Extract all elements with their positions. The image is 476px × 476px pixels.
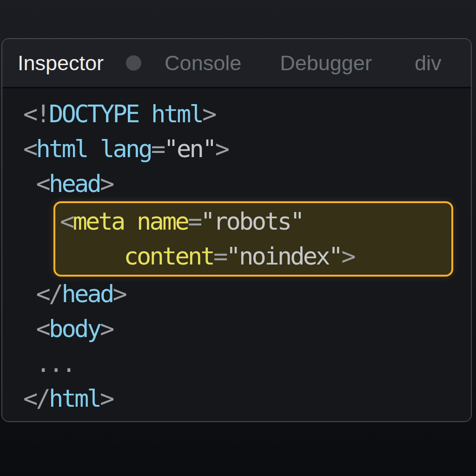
code-token: "en" — [164, 135, 215, 163]
code-line-head-close[interactable]: </head> — [23, 277, 471, 311]
code-token: = — [188, 207, 201, 235]
source-code-view: <!DOCTYPE html> <html lang="en"> <head> … — [2, 88, 471, 421]
code-token: <! — [23, 100, 49, 128]
code-token: < — [60, 207, 73, 235]
code-token: > — [202, 100, 215, 128]
code-token: < — [23, 170, 49, 198]
code-token: head — [62, 280, 113, 308]
code-token: > — [100, 170, 113, 198]
code-token: > — [113, 280, 126, 308]
code-token: > — [341, 242, 354, 270]
tab-div[interactable]: div — [415, 51, 442, 75]
highlighted-meta-robots-node[interactable]: <meta name="robots" content="noindex"> — [53, 201, 453, 277]
code-token: "robots" — [201, 207, 303, 235]
code-token: html — [36, 135, 87, 163]
code-line-meta-content[interactable]: content="noindex"> — [60, 239, 451, 274]
code-token: </ — [23, 384, 49, 412]
code-token: meta — [73, 207, 124, 235]
code-token — [124, 207, 137, 235]
tab-console[interactable]: Console — [165, 51, 241, 75]
code-token: = — [151, 135, 164, 163]
code-token: > — [100, 315, 113, 343]
code-token: body — [49, 315, 100, 343]
code-token: > — [100, 384, 113, 412]
code-line-html-close[interactable]: </html> — [23, 381, 471, 416]
code-line-body-open[interactable]: <body> — [23, 311, 471, 346]
code-token: html — [49, 384, 100, 412]
code-token: content — [124, 242, 214, 270]
code-token: DOCTYPE html — [49, 100, 202, 128]
code-line-html-open[interactable]: <html lang="en"> — [23, 132, 471, 166]
code-token — [60, 242, 124, 270]
code-line-meta-open[interactable]: <meta name="robots" — [60, 204, 451, 239]
code-token: "noindex" — [226, 242, 342, 270]
devtools-panel: Inspector Console Debugger div <!DOCTYPE… — [1, 38, 472, 422]
tab-debugger[interactable]: Debugger — [280, 51, 372, 75]
code-token: </ — [23, 280, 62, 308]
code-token — [87, 135, 100, 163]
code-token: lang — [100, 135, 151, 163]
tab-inspector[interactable]: Inspector — [18, 51, 104, 75]
code-token: name — [137, 207, 188, 235]
code-line-ellipsis[interactable]: ... — [23, 346, 471, 381]
code-line-head-open[interactable]: <head> — [23, 166, 471, 201]
code-line-doctype[interactable]: <!DOCTYPE html> — [23, 97, 471, 132]
code-token: = — [213, 242, 226, 270]
code-token: > — [215, 135, 228, 163]
code-token: head — [49, 170, 100, 198]
devtools-tabbar: Inspector Console Debugger div — [2, 39, 471, 88]
status-dot-icon — [126, 55, 141, 71]
code-token: ... — [23, 350, 74, 377]
code-token: < — [23, 135, 36, 163]
code-token: < — [23, 315, 49, 343]
